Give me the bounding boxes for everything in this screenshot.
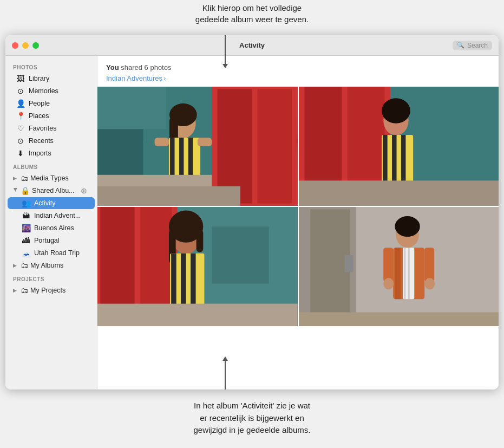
sidebar-item-memories-label: Memories bbox=[29, 87, 58, 95]
sidebar-item-shared-albums-label: Shared Albu... bbox=[32, 187, 75, 194]
favorites-icon: ♡ bbox=[16, 124, 25, 133]
sidebar-item-memories[interactable]: ⊙ Memories bbox=[8, 85, 95, 97]
svg-rect-1 bbox=[97, 87, 166, 129]
sidebar-item-buenos-aires[interactable]: 🌆 Buenos Aires bbox=[8, 222, 95, 234]
annotation-top-text: Klik hierop om het volledige gedeelde al… bbox=[195, 2, 309, 25]
svg-point-62 bbox=[383, 278, 394, 289]
svg-rect-32 bbox=[299, 180, 499, 206]
photos-section-label: Photos bbox=[5, 60, 97, 72]
annotation-bottom: In het album 'Activiteit' zie je wat er … bbox=[0, 388, 504, 448]
album-chevron: › bbox=[163, 73, 166, 84]
sidebar-item-recents[interactable]: ⊙ Recents bbox=[8, 135, 95, 147]
memories-icon: ⊙ bbox=[16, 87, 25, 95]
shared-text: shared 6 photos bbox=[121, 63, 171, 72]
projects-section-label: Projects bbox=[5, 272, 97, 284]
sidebar-item-library[interactable]: 🖼 Library bbox=[8, 73, 95, 85]
people-icon: 👤 bbox=[16, 99, 25, 108]
window-title: Activity bbox=[239, 41, 265, 49]
svg-point-63 bbox=[424, 278, 435, 289]
photo-grid bbox=[97, 87, 499, 326]
svg-point-27 bbox=[382, 98, 410, 123]
sidebar-item-people[interactable]: 👤 People bbox=[8, 98, 95, 109]
sidebar-item-utah-road-trip[interactable]: 🗻 Utah Road Trip bbox=[8, 247, 95, 259]
sidebar-item-activity[interactable]: 👥 Activity bbox=[8, 197, 95, 209]
svg-rect-47 bbox=[97, 304, 298, 326]
sidebar-item-indian-adventures-label: Indian Advent... bbox=[34, 212, 81, 219]
sidebar-item-recents-label: Recents bbox=[29, 137, 54, 145]
sidebar-item-buenos-aires-label: Buenos Aires bbox=[34, 224, 74, 232]
shared-albums-folder-icon: 🔒 bbox=[21, 186, 30, 195]
svg-rect-31 bbox=[401, 135, 405, 186]
sidebar-item-my-projects[interactable]: ▶ 🗂 My Projects bbox=[8, 284, 95, 296]
my-projects-folder-icon: 🗂 bbox=[21, 286, 28, 295]
svg-rect-6 bbox=[258, 89, 292, 203]
search-box[interactable]: 🔍 Search bbox=[453, 41, 492, 50]
buenos-aires-icon: 🌆 bbox=[22, 224, 30, 232]
traffic-lights bbox=[12, 42, 39, 49]
sidebar: Photos 🖼 Library ⊙ Memories 👤 People 📍 P… bbox=[5, 56, 97, 389]
svg-rect-58 bbox=[404, 248, 405, 299]
sidebar-item-people-label: People bbox=[29, 100, 50, 107]
sidebar-item-utah-road-trip-label: Utah Road Trip bbox=[34, 249, 80, 257]
arrow-top-line bbox=[225, 35, 226, 65]
app-body: Photos 🖼 Library ⊙ Memories 👤 People 📍 P… bbox=[5, 56, 499, 389]
shared-albums-expand-arrow: ▶ bbox=[13, 188, 18, 193]
search-icon: 🔍 bbox=[457, 42, 464, 49]
utah-road-trip-icon: 🗻 bbox=[22, 249, 30, 257]
fullscreen-button[interactable] bbox=[32, 42, 39, 49]
sidebar-item-my-albums[interactable]: ▶ 🗂 My Albums bbox=[8, 259, 95, 271]
sidebar-item-places[interactable]: 📍 Places bbox=[8, 110, 95, 122]
svg-rect-15 bbox=[198, 138, 212, 146]
main-content: You shared 6 photos Indian Adventures › bbox=[97, 56, 499, 389]
media-types-expand-arrow: ▶ bbox=[13, 176, 18, 181]
activity-header: You shared 6 photos Indian Adventures › bbox=[97, 56, 499, 87]
sidebar-item-my-projects-label: My Projects bbox=[30, 287, 66, 294]
sidebar-item-imports-label: Imports bbox=[29, 150, 51, 157]
sidebar-item-media-types-label: Media Types bbox=[30, 174, 69, 182]
sidebar-item-activity-label: Activity bbox=[34, 199, 56, 207]
sidebar-item-portugal-label: Portugal bbox=[34, 237, 60, 244]
sidebar-item-media-types[interactable]: ▶ 🗂 Media Types bbox=[8, 172, 95, 184]
sidebar-item-indian-adventures[interactable]: 🏔 Indian Advent... bbox=[8, 210, 95, 222]
photo-cell-4[interactable] bbox=[299, 207, 499, 326]
annotation-top: Klik hierop om het volledige gedeelde al… bbox=[0, 0, 504, 39]
sidebar-item-shared-albums[interactable]: ▶ 🔒 Shared Albu... ⊕ bbox=[8, 185, 95, 197]
places-icon: 📍 bbox=[16, 112, 25, 120]
photo-cell-1[interactable] bbox=[97, 87, 298, 206]
my-projects-expand-arrow: ▶ bbox=[13, 288, 18, 293]
app-window: Activity 🔍 Search Photos 🖼 Library ⊙ Mem… bbox=[5, 35, 499, 389]
svg-rect-14 bbox=[155, 138, 169, 146]
add-shared-album-button[interactable]: ⊕ bbox=[81, 186, 87, 195]
portugal-icon: 🏙 bbox=[22, 236, 30, 245]
sidebar-item-imports[interactable]: ⬇ Imports bbox=[8, 147, 95, 159]
activity-icon: 👥 bbox=[22, 199, 30, 207]
sidebar-item-library-label: Library bbox=[29, 75, 49, 82]
annotation-bottom-text: In het album 'Activiteit' zie je wat er … bbox=[194, 400, 311, 437]
svg-point-54 bbox=[395, 216, 420, 237]
close-button[interactable] bbox=[12, 42, 18, 49]
svg-rect-61 bbox=[424, 248, 434, 282]
media-types-folder-icon: 🗂 bbox=[21, 174, 28, 183]
svg-rect-60 bbox=[383, 248, 393, 282]
svg-rect-52 bbox=[344, 255, 353, 272]
svg-rect-42 bbox=[197, 229, 204, 252]
imports-icon: ⬇ bbox=[16, 149, 25, 158]
svg-rect-19 bbox=[97, 186, 240, 206]
svg-rect-30 bbox=[392, 135, 396, 186]
sidebar-item-favorites-label: Favorites bbox=[29, 125, 56, 132]
sidebar-item-portugal[interactable]: 🏙 Portugal bbox=[8, 235, 95, 246]
photo-cell-3[interactable] bbox=[97, 207, 298, 326]
you-text: You bbox=[106, 63, 119, 72]
minimize-button[interactable] bbox=[22, 42, 29, 49]
svg-rect-51 bbox=[310, 209, 350, 323]
svg-rect-64 bbox=[299, 312, 499, 326]
svg-rect-45 bbox=[181, 254, 186, 311]
photo-cell-2[interactable] bbox=[299, 87, 499, 206]
indian-adventures-icon: 🏔 bbox=[22, 211, 30, 220]
sidebar-item-places-label: Places bbox=[29, 112, 49, 120]
svg-rect-56 bbox=[395, 248, 401, 299]
arrow-bottom-line bbox=[225, 360, 226, 389]
sidebar-item-favorites[interactable]: ♡ Favorites bbox=[8, 122, 95, 134]
library-icon: 🖼 bbox=[16, 74, 25, 83]
album-link[interactable]: Indian Adventures › bbox=[106, 73, 166, 84]
